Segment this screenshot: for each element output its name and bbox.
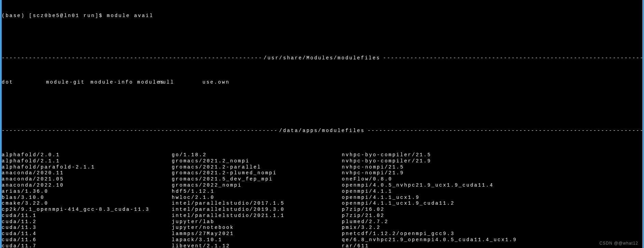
- list-item: cp2k/9.1_openmpi-414_gcc-8.3_cuda-11.3: [2, 207, 172, 213]
- list-item: alphafold/parafold-2.1.1: [2, 164, 172, 171]
- list-item: cuda/11.3: [2, 225, 172, 231]
- prompt-line-1: (base) [scz0be5@ln01 run]$ module avail: [2, 13, 642, 19]
- list-item: p7zip/21.02: [342, 213, 581, 219]
- list-item: openmpi/4.1.1: [342, 189, 581, 195]
- mod-use-own: use.own: [202, 79, 247, 86]
- list-item: nvhpc-nompi/21.9: [342, 170, 581, 176]
- list-item: gromacs/2021.2_nompi: [172, 158, 342, 164]
- list-item: openmpi/4.1.1_ucx1.9_cuda11.2: [342, 201, 581, 207]
- mod-null: null: [159, 79, 202, 86]
- list-item: alphafold/2.1.1: [2, 158, 172, 164]
- list-item: cuda/11.1: [2, 213, 172, 219]
- list-item: pnetcdf/1.12.2/openmpi_gcc9.3: [342, 231, 581, 237]
- section1-title: /usr/share/Modules/modulefiles: [261, 55, 383, 61]
- list-item: p7zip/16.02: [342, 207, 581, 213]
- list-item: qe/6.8_nvhpc21.9_openmpi4.0.5_cuda11.4_u…: [342, 237, 581, 243]
- list-item: openmpi/4.1.1_ucx1.9: [342, 195, 581, 201]
- list-item: jupyter/notebook: [172, 225, 342, 231]
- list-item: hwloc/2.1.0: [172, 195, 342, 201]
- list-item: anaconda/2022.10: [2, 183, 172, 189]
- list-item: anaconda/2021.05: [2, 176, 172, 183]
- list-item: rar/611: [342, 243, 581, 248]
- mod-dot: dot: [2, 79, 46, 86]
- list-item: gromacs/2022_nompi: [172, 183, 342, 189]
- list-item: gromacs/2021.2-plumed_nompi: [172, 170, 342, 176]
- section1-row: dot module-git module-info modules null …: [2, 79, 642, 86]
- module-columns: alphafold/2.0.1 alphafold/2.1.1 alphafol…: [2, 152, 642, 248]
- dash-right-2: ----------------------------------------…: [367, 128, 642, 134]
- list-item: intel/parallelstudio/2017.1.5: [172, 201, 342, 207]
- dash-right: ----------------------------------------…: [383, 55, 642, 61]
- list-item: lapack/3.10.1: [172, 237, 342, 243]
- list-item: cmake/3.22.0: [2, 201, 172, 207]
- list-item: nvhpc-byo-compiler/21.5: [342, 152, 581, 158]
- mod-module-info: module-info modules: [90, 79, 159, 86]
- blank-line-2: [2, 104, 642, 110]
- list-item: cuda/11.4: [2, 231, 172, 237]
- terminal-output[interactable]: (base) [scz0be5@ln01 run]$ module avail …: [2, 0, 642, 248]
- list-item: lammps/27May2021: [172, 231, 342, 237]
- list-item: gromacs/2021.5_dev_fep_mpi: [172, 176, 342, 183]
- section2-header: ----------------------------------------…: [2, 128, 642, 134]
- list-item: cuda/11.6: [2, 237, 172, 243]
- module-col-1: alphafold/2.0.1 alphafold/2.1.1 alphafol…: [2, 152, 172, 248]
- list-item: alphafold/2.0.1: [2, 152, 172, 158]
- list-item: cuda/11.2: [2, 219, 172, 225]
- list-item: nvhpc-byo-compiler/21.9: [342, 158, 581, 164]
- module-col-3: nvhpc-byo-compiler/21.5 nvhpc-byo-compil…: [342, 152, 581, 248]
- list-item: pmix/3.2.2: [342, 225, 581, 231]
- list-item: oneFlow/0.8.0: [342, 176, 581, 183]
- dash-left: ----------------------------------------…: [2, 55, 261, 61]
- list-item: intel/parallelstudio/2019.3.0: [172, 207, 342, 213]
- watermark-text: CSDN @@what12: [600, 241, 638, 246]
- shell-prompt: (base) [scz0be5@ln01 run]$: [2, 13, 107, 19]
- list-item: gromacs/2021.2-parallel: [172, 164, 342, 171]
- section1-header: ----------------------------------------…: [2, 55, 642, 61]
- list-item: plumed/2.7.2: [342, 219, 581, 225]
- blank-line-1: [2, 31, 642, 37]
- command-text: module avail: [107, 13, 154, 19]
- list-item: nvhpc-nompi/21.5: [342, 164, 581, 171]
- list-item: openmpi/4.0.5_nvhpc21.9_ucx1.9_cuda11.4: [342, 183, 581, 189]
- section2-title: /data/apps/modulefiles: [277, 128, 368, 134]
- list-item: anaconda/2020.11: [2, 170, 172, 176]
- list-item: intel/parallelstudio/2021.1.1: [172, 213, 342, 219]
- list-item: libevent/2.1.12: [172, 243, 342, 248]
- list-item: jupyter/lab: [172, 219, 342, 225]
- list-item: go/1.18.2: [172, 152, 342, 158]
- dash-left-2: ----------------------------------------…: [2, 128, 277, 134]
- list-item: arias/1.36.0: [2, 189, 172, 195]
- module-col-2: go/1.18.2 gromacs/2021.2_nompi gromacs/2…: [172, 152, 342, 248]
- list-item: blas/3.10.0: [2, 195, 172, 201]
- list-item: cuda/11.7: [2, 243, 172, 248]
- list-item: hdf5/1.12.1: [172, 189, 342, 195]
- mod-module-git: module-git: [46, 79, 90, 86]
